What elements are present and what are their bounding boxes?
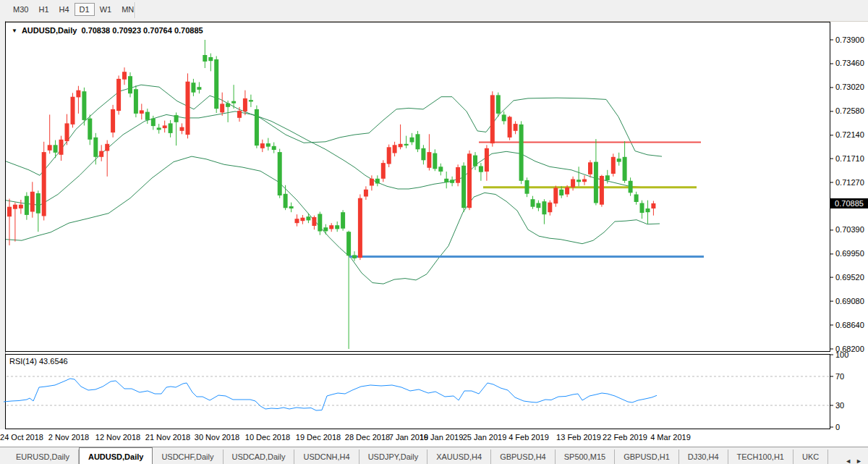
chart-tab-audusd-daily[interactable]: AUDUSD,Daily <box>79 447 153 464</box>
date-axis-label: 10 Dec 2018 <box>245 433 290 442</box>
timeframe-button-d1[interactable]: D1 <box>75 3 95 16</box>
chart-tab-eurusd-daily[interactable]: EURUSD,Daily <box>7 450 79 464</box>
date-axis-label: 25 Jan 2019 <box>463 433 507 442</box>
chart-tab-usdcnh-h4[interactable]: USDCNH,H4 <box>294 450 359 464</box>
chart-tab-usdcad-daily[interactable]: USDCAD,Daily <box>224 450 295 464</box>
date-axis-label: 4 Feb 2019 <box>509 433 549 442</box>
date-axis-label: 4 Mar 2019 <box>650 433 691 442</box>
symbol-dropdown-icon[interactable]: ▼ <box>12 28 17 34</box>
rsi-indicator-label: RSI(14) 43.6546 <box>9 357 68 366</box>
tab-scroll-left-icon[interactable]: ◄ <box>845 457 851 464</box>
chart-tab-gbpusd-h4[interactable]: GBPUSD,H4 <box>491 450 556 464</box>
chart-tab-sp500-m15[interactable]: SP500,M15 <box>556 450 615 464</box>
price-axis-label: 0.72140 <box>835 130 868 139</box>
timeframe-button-h4[interactable]: H4 <box>54 3 75 16</box>
current-price-box: 0.70885 <box>830 198 868 208</box>
price-axis-label: 0.72580 <box>835 106 868 115</box>
date-axis-label: 24 Oct 2018 <box>0 433 43 442</box>
price-axis-label: 0.71710 <box>835 154 868 163</box>
chart-tab-usdjpy-daily[interactable]: USDJPY,Daily <box>359 450 428 464</box>
price-chart-pane[interactable] <box>5 22 830 352</box>
chart-ohlc-values: 0.70838 0.70923 0.70764 0.70885 <box>81 26 203 35</box>
chart-tab-usdchf-daily[interactable]: USDCHF,Daily <box>153 450 223 464</box>
price-axis-label: 0.70390 <box>835 225 868 234</box>
date-axis-label: 12 Nov 2018 <box>95 433 140 442</box>
price-axis-label: 0.69950 <box>835 249 868 258</box>
date-axis-label: 30 Nov 2018 <box>195 433 239 442</box>
chart-tab-gbpusd-h1[interactable]: GBPUSD,H1 <box>615 450 679 464</box>
chart-tab-dj30-h4[interactable]: DJ30,H4 <box>679 450 728 464</box>
chart-tab-bar: EURUSD,DailyAUDUSD,DailyUSDCHF,DailyUSDC… <box>0 447 868 464</box>
tab-scroll-right-icon[interactable]: ► <box>856 457 862 464</box>
date-axis-label: 16 Jan 2019 <box>420 433 464 442</box>
chart-title: ▼AUDUSD,Daily 0.70838 0.70923 0.70764 0.… <box>12 26 203 35</box>
date-axis-label: 28 Dec 2018 <box>345 433 390 442</box>
toolbar-separator <box>135 2 136 18</box>
date-axis-label: 2 Nov 2018 <box>48 433 89 442</box>
date-axis-label: 21 Nov 2018 <box>145 433 190 442</box>
rsi-current-value: 43.6546 <box>39 357 68 366</box>
price-axis-label: 0.73460 <box>835 59 868 67</box>
rsi-indicator-pane[interactable] <box>5 354 830 429</box>
rsi-axis-label: 0 <box>835 423 840 431</box>
date-axis-label: 13 Feb 2019 <box>556 433 601 442</box>
chart-tab-xauusd-h4[interactable]: XAUUSD,H4 <box>427 450 491 464</box>
timeframe-button-w1[interactable]: W1 <box>95 3 117 16</box>
timeframe-button-m30[interactable]: M30 <box>8 3 33 16</box>
timeframe-toolbar: M30H1H4D1W1MN <box>0 0 868 22</box>
date-axis-label: 19 Dec 2018 <box>296 433 341 442</box>
rsi-axis-label: 100 <box>835 350 848 359</box>
price-axis-label: 0.71270 <box>835 178 868 187</box>
chart-tab-tech100-h1[interactable]: TECH100,H1 <box>728 450 793 464</box>
tab-scroll-controls: ◄ ► <box>839 457 868 464</box>
price-axis-label: 0.68640 <box>835 321 868 329</box>
price-axis-label: 0.73900 <box>835 35 868 44</box>
rsi-axis-label: 70 <box>835 372 844 381</box>
timeframe-button-h1[interactable]: H1 <box>33 3 54 16</box>
date-axis-label: 22 Feb 2019 <box>603 433 647 442</box>
chart-symbol-label: AUDUSD,Daily <box>22 26 77 35</box>
price-axis-label: 0.69520 <box>835 273 868 282</box>
chart-tab-ukc[interactable]: UKC <box>793 450 828 464</box>
price-axis-label: 0.69080 <box>835 297 868 305</box>
rsi-axis-label: 30 <box>835 401 844 410</box>
price-axis-label: 0.73020 <box>835 83 868 91</box>
rsi-name: RSI(14) <box>9 357 37 366</box>
mt4-window: M30H1H4D1W1MN ▼AUDUSD,Daily 0.70838 0.70… <box>0 0 868 464</box>
